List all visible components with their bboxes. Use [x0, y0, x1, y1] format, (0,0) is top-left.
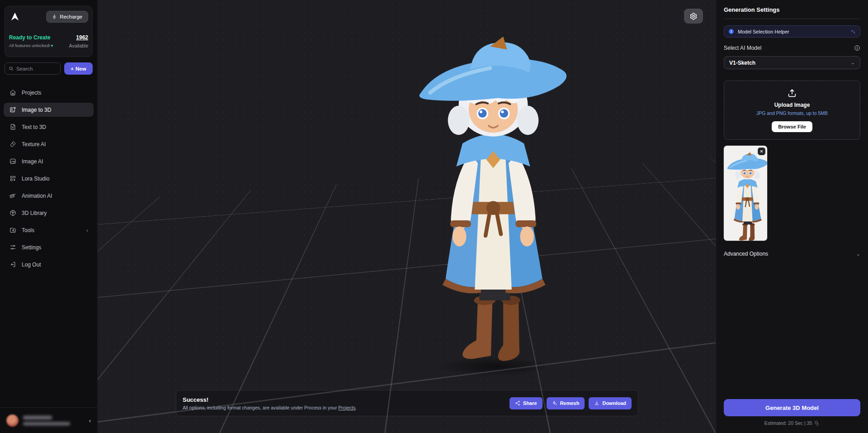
- generate-3d-model-button[interactable]: Generate 3D Model: [724, 399, 860, 416]
- sidebar-item-lora-studio[interactable]: Lora Studio: [4, 171, 94, 186]
- upload-dropzone[interactable]: Upload Image JPG and PNG formats, up to …: [724, 81, 860, 140]
- upload-hint: JPG and PNG formats, up to 5MB: [756, 110, 828, 116]
- toast-message: All options, including format changes, a…: [183, 405, 505, 410]
- select-ai-model-label: Select AI Model: [724, 45, 761, 51]
- sidebar-nav: Projects Image to 3D Text to 3D Texture …: [0, 86, 97, 407]
- credits-card: Recharge Ready to Create All features un…: [5, 6, 93, 57]
- upload-title: Upload Image: [774, 102, 810, 108]
- download-label: Download: [602, 400, 626, 406]
- sidebar-item-label: Lora Studio: [22, 176, 49, 182]
- grid-icon: [9, 175, 16, 182]
- lightning-icon: [52, 14, 57, 19]
- viewport-3d-canvas[interactable]: Success! All options, including format c…: [98, 0, 716, 433]
- sparkle-icon: [552, 400, 557, 406]
- film-icon: [9, 192, 16, 200]
- uploaded-character-preview: [724, 146, 767, 241]
- status-dot: [51, 45, 53, 47]
- gear-icon: [689, 12, 698, 20]
- sidebar-item-image-to-3d[interactable]: Image to 3D: [4, 103, 94, 117]
- sidebar-item-label: Image AI: [22, 158, 43, 165]
- sliders-icon: [9, 244, 16, 251]
- chevron-right-icon: ›: [86, 228, 88, 233]
- sidebar-item-projects[interactable]: Projects: [4, 86, 94, 100]
- username-blurred: [23, 416, 52, 419]
- advanced-options-label: Advanced Options: [724, 251, 768, 257]
- user-email-blurred: [23, 422, 70, 425]
- share-label: Share: [523, 400, 537, 406]
- floor-grid: [98, 0, 716, 225]
- recharge-label: Recharge: [60, 14, 82, 19]
- download-button[interactable]: Download: [589, 397, 632, 409]
- chevron-down-icon: ⌄: [851, 60, 855, 66]
- witch-character-model: [416, 28, 570, 366]
- new-button-label: New: [75, 66, 86, 71]
- search-icon: [9, 66, 14, 71]
- image-ai-icon: [9, 158, 16, 165]
- download-icon: [594, 400, 599, 406]
- sidebar-item-tools[interactable]: Tools ›: [4, 223, 94, 237]
- sidebar-item-text-to-3d[interactable]: Text to 3D: [4, 120, 94, 134]
- ai-model-value: V1-Sketch: [729, 60, 755, 66]
- logout-icon: [9, 261, 16, 268]
- viewport-settings-button[interactable]: [684, 9, 703, 24]
- share-button[interactable]: Share: [509, 397, 542, 409]
- helper-label: Model Selection Helper: [738, 29, 846, 34]
- info-circle-icon[interactable]: [854, 45, 860, 51]
- success-toast: Success! All options, including format c…: [176, 390, 638, 416]
- sidebar-item-logout[interactable]: Log Out: [4, 257, 94, 271]
- coins-icon: [814, 420, 820, 426]
- advanced-options-toggle[interactable]: Advanced Options ⌄: [724, 251, 860, 257]
- folder-search-icon: [9, 227, 16, 234]
- ai-model-dropdown[interactable]: V1-Sketch ⌄: [724, 56, 860, 69]
- brush-icon: [9, 141, 16, 148]
- sidebar-item-image-ai[interactable]: Image AI: [4, 154, 94, 168]
- cube-icon: [9, 209, 16, 217]
- plus-icon: +: [71, 66, 74, 71]
- sidebar-item-label: Animation AI: [22, 193, 52, 199]
- sidebar-item-label: 3D Library: [22, 210, 47, 216]
- remesh-button[interactable]: Remesh: [547, 397, 585, 409]
- toast-title: Success!: [183, 396, 505, 403]
- search-input-wrapper: [5, 62, 61, 75]
- sidebar-item-label: Tools: [22, 227, 34, 233]
- browse-file-button[interactable]: Browse File: [772, 121, 812, 132]
- remove-image-button[interactable]: ✕: [758, 148, 765, 155]
- chevron-down-icon: ⌄: [856, 251, 860, 257]
- model-selection-helper[interactable]: Model Selection Helper: [724, 25, 860, 38]
- remesh-label: Remesh: [560, 400, 580, 406]
- credits-amount[interactable]: 1962: [69, 34, 88, 41]
- sidebar-collapse-button[interactable]: ‹: [89, 417, 91, 424]
- sidebar-item-label: Settings: [22, 244, 41, 251]
- image-3d-icon: [9, 106, 16, 114]
- magic-sparkle-icon: [850, 29, 856, 34]
- estimate-row: Estimated: 20 Sec | 35: [724, 420, 860, 426]
- sidebar-item-animation-ai[interactable]: Animation AI: [4, 189, 94, 203]
- sidebar-item-texture-ai[interactable]: Texture AI: [4, 137, 94, 151]
- uploaded-image-thumbnail: ✕: [724, 146, 767, 241]
- share-icon: [515, 400, 520, 406]
- generation-settings-panel: Generation Settings Model Selection Help…: [716, 0, 868, 433]
- user-profile[interactable]: ‹: [0, 407, 97, 433]
- avatar: [6, 414, 19, 427]
- sidebar-item-label: Image to 3D: [22, 107, 51, 113]
- search-input[interactable]: [16, 66, 57, 71]
- app-logo-icon: [9, 11, 21, 23]
- recharge-button[interactable]: Recharge: [46, 11, 88, 23]
- sidebar-item-settings[interactable]: Settings: [4, 240, 94, 254]
- credits-subtitle: All features unlocked!: [9, 43, 53, 48]
- sidebar-item-label: Projects: [22, 90, 41, 96]
- credits-title: Ready to Create: [9, 34, 53, 41]
- sidebar-item-label: Texture AI: [22, 141, 46, 148]
- credits-available-label: Available: [69, 43, 88, 48]
- info-icon: [728, 29, 734, 34]
- sidebar-item-label: Log Out: [22, 262, 41, 268]
- estimate-text: Estimated: 20 Sec | 35: [764, 420, 812, 426]
- sidebar: Recharge Ready to Create All features un…: [0, 0, 98, 433]
- sidebar-item-3d-library[interactable]: 3D Library: [4, 206, 94, 220]
- text-3d-icon: [9, 124, 16, 131]
- sidebar-item-label: Text to 3D: [22, 124, 46, 130]
- new-button[interactable]: + New: [64, 62, 93, 75]
- projects-link[interactable]: Projects: [338, 405, 355, 410]
- panel-title: Generation Settings: [724, 6, 860, 19]
- home-icon: [9, 89, 16, 96]
